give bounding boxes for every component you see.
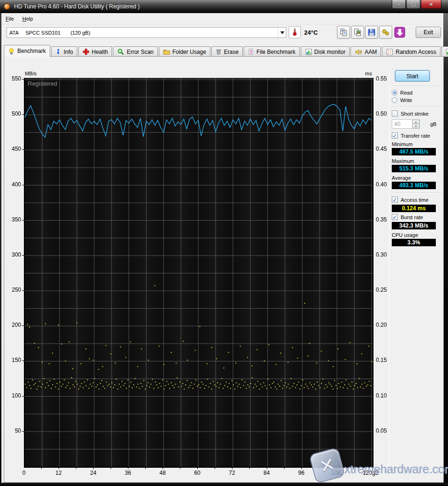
- x-axis-tick-label: 24: [83, 470, 104, 476]
- app-icon: [4, 3, 10, 10]
- exit-button[interactable]: Exit: [416, 27, 441, 38]
- spinner-buttons[interactable]: ▲▼: [412, 120, 419, 128]
- extra-tests-icon: [446, 49, 448, 55]
- x-axis-tick: [284, 468, 284, 469]
- spin-up-icon[interactable]: ▲: [412, 120, 419, 124]
- menu-help[interactable]: Help: [18, 15, 37, 23]
- tab-benchmark[interactable]: Benchmark: [4, 45, 50, 57]
- write-label: Write: [400, 97, 412, 103]
- average-value: 493.3 MB/s: [392, 182, 436, 189]
- separator: [392, 106, 443, 107]
- access-time-label: Access time: [401, 197, 428, 203]
- window-frame-bottom: [0, 483, 448, 486]
- access-time-checkbox[interactable]: ✓: [392, 197, 398, 203]
- write-radio-row[interactable]: Write: [392, 97, 443, 103]
- gears-icon: [381, 28, 390, 37]
- short-stroke-row[interactable]: Short stroke: [392, 110, 443, 117]
- tab-erase[interactable]: Erase: [211, 46, 243, 57]
- spin-down-icon[interactable]: ▼: [412, 124, 419, 128]
- right-axis-tick-label: 0.25: [376, 287, 387, 293]
- tab-label: Health: [92, 49, 108, 55]
- info-icon: [55, 48, 61, 55]
- separator: [392, 86, 443, 87]
- left-axis-tick-label: 100: [5, 392, 21, 399]
- close-button[interactable]: ✕: [421, 0, 441, 9]
- access-time-value: 0.124 ms: [392, 205, 436, 212]
- tab-aam[interactable]: AAM: [351, 46, 381, 57]
- left-axis-tick-label: 200: [5, 322, 21, 328]
- burst-rate-row[interactable]: ✓ Burst rate: [392, 214, 443, 220]
- tab-label: AAM: [365, 49, 377, 55]
- x-axis-tick: [59, 468, 59, 469]
- right-axis-tick-label: 0.05: [376, 427, 387, 434]
- x-axis-tick: [145, 468, 146, 469]
- read-radio-row[interactable]: Read: [392, 90, 443, 96]
- x-axis-tick: [232, 468, 232, 469]
- burst-rate-value: 342.3 MB/s: [392, 222, 436, 229]
- tab-label: Info: [64, 49, 73, 55]
- copy-image-button[interactable]: [351, 26, 364, 39]
- short-stroke-size-input[interactable]: ▲▼: [392, 119, 420, 129]
- short-stroke-size-value[interactable]: [392, 120, 412, 128]
- right-axis-tick-label: 0.35: [376, 216, 387, 223]
- temperature-value: 24°C: [304, 29, 318, 36]
- x-axis-tick-label: 48: [152, 470, 173, 476]
- tab-extra-tests[interactable]: Extra tests: [441, 46, 448, 57]
- transfer-rate-label: Transfer rate: [401, 133, 430, 139]
- app-window: HD Tune Pro 4.60 - Hard Disk Utility ( R…: [0, 0, 448, 486]
- x-axis-tick: [301, 468, 302, 469]
- save-icon: [367, 28, 376, 37]
- access-time-row[interactable]: ✓ Access time: [392, 197, 443, 203]
- right-axis-tick-label: 0.45: [376, 146, 387, 152]
- x-axis-tick: [111, 468, 111, 469]
- transfer-rate-checkbox[interactable]: ✓: [392, 133, 398, 139]
- tab-disk-monitor[interactable]: Disk monitor: [301, 46, 350, 57]
- tab-info[interactable]: Info: [51, 46, 77, 57]
- tab-random-access[interactable]: Random Access: [382, 46, 441, 57]
- menu-file[interactable]: File: [1, 15, 18, 23]
- tab-label: File Benchmark: [256, 49, 295, 55]
- save-button[interactable]: [365, 26, 378, 39]
- write-radio[interactable]: [392, 97, 397, 103]
- drive-selector[interactable]: ATA SPCC SSD101 (120 gB): [7, 27, 286, 38]
- left-axis-tick-label: 300: [5, 251, 21, 258]
- tab-label: Disk monitor: [314, 49, 346, 55]
- short-stroke-checkbox[interactable]: [392, 110, 398, 117]
- burst-rate-checkbox[interactable]: ✓: [392, 214, 398, 220]
- download-icon: [394, 27, 405, 38]
- short-stroke-label: Short stroke: [401, 111, 428, 117]
- x-axis-tick: [267, 468, 267, 469]
- start-button[interactable]: Start: [395, 70, 430, 81]
- x-axis-tick: [76, 468, 76, 469]
- tab-health[interactable]: Health: [78, 46, 112, 57]
- chevron-down-icon[interactable]: [278, 28, 286, 37]
- bulb-icon: [8, 48, 15, 55]
- read-radio[interactable]: [392, 90, 397, 96]
- left-axis-tick-label: 500: [5, 110, 21, 117]
- transfer-rate-row[interactable]: ✓ Transfer rate: [392, 133, 443, 139]
- drive-selector-value: ATA SPCC SSD101 (120 gB): [7, 30, 278, 36]
- magnifier-icon: [117, 48, 124, 55]
- average-label: Average: [392, 175, 443, 181]
- file-benchmark-icon: [248, 48, 254, 55]
- options-button[interactable]: [379, 26, 392, 39]
- trash-icon: [216, 48, 222, 55]
- minimize-button[interactable]: –: [392, 0, 406, 9]
- maximize-button[interactable]: ▢: [406, 0, 420, 9]
- right-axis-tick-label: 0.30: [376, 251, 387, 258]
- tab-folder-usage[interactable]: Folder Usage: [159, 46, 210, 57]
- copy-text-button[interactable]: [337, 26, 350, 39]
- x-axis-tick-label: 36: [118, 470, 138, 476]
- health-cross-icon: [82, 48, 90, 55]
- tab-error-scan[interactable]: Error Scan: [113, 46, 157, 57]
- download-button[interactable]: [393, 26, 406, 39]
- speaker-icon: [355, 49, 362, 55]
- tab-file-benchmark[interactable]: File Benchmark: [244, 46, 299, 57]
- registered-overlay: Registered: [28, 80, 57, 87]
- right-axis-tick-label: 0.50: [376, 110, 387, 117]
- left-axis-tick-label: 350: [5, 216, 21, 223]
- x-axis-tick: [163, 468, 163, 469]
- cpu-usage-label: CPU usage: [392, 232, 443, 238]
- left-axis-tick-label: 50: [5, 427, 21, 434]
- temperature-button[interactable]: [289, 26, 301, 38]
